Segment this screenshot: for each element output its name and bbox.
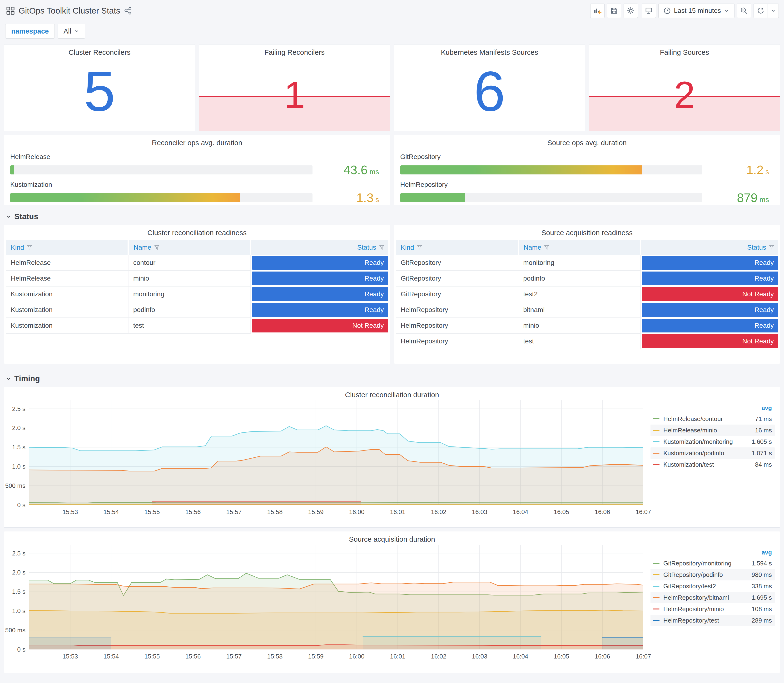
x-axis-label: 16:07 <box>635 508 651 516</box>
variable-label-namespace[interactable]: namespace <box>5 24 55 38</box>
x-axis-label: 16:04 <box>513 508 528 516</box>
panel-source-acquisition-duration: Source acquisition duration 0 s500 ms1.0… <box>4 531 780 673</box>
legend-item[interactable]: Kustomization/monitoring1.605 s <box>651 436 775 447</box>
status-badge: Ready <box>642 271 778 285</box>
table-cell: bitnami <box>518 302 640 318</box>
chevron-down-icon <box>771 8 776 13</box>
gauge-value: 1.2s <box>702 163 774 177</box>
table-row: HelmRepositorytestNot Ready <box>396 333 778 349</box>
x-axis-label: 16:00 <box>349 508 364 516</box>
zoom-out-icon <box>740 6 748 15</box>
dashboard-settings-button[interactable] <box>624 3 638 18</box>
series-avg-value: 16 ms <box>755 427 772 434</box>
table-cell: podinfo <box>518 271 640 286</box>
table-cell-status: Ready <box>640 271 778 286</box>
refresh-button[interactable] <box>754 3 768 18</box>
chart-plot-area[interactable]: 15:5315:5415:5515:5615:5715:5815:5916:00… <box>29 545 643 649</box>
column-header-name[interactable]: Name <box>518 240 640 255</box>
time-series-chart[interactable] <box>29 545 643 649</box>
dashboard-grid-icon[interactable] <box>6 6 15 15</box>
gauge-row: HelmRelease 43.6ms <box>10 153 384 177</box>
x-axis-label: 15:57 <box>226 508 242 516</box>
status-badge: Ready <box>642 303 778 317</box>
time-range-picker[interactable]: Last 15 minutes <box>658 3 734 18</box>
section-row-status[interactable]: Status <box>6 211 780 222</box>
series-name: HelmRelease/minio <box>663 427 755 434</box>
variable-value-dropdown[interactable]: All <box>58 24 85 38</box>
column-header-status[interactable]: Status <box>640 240 778 255</box>
table-cell: monitoring <box>128 286 251 302</box>
legend-item[interactable]: GitRepository/podinfo980 ms <box>651 569 775 580</box>
time-range-label: Last 15 minutes <box>674 7 721 14</box>
table-cell: monitoring <box>518 255 640 271</box>
dashboard-header: GitOps Toolkit Cluster Stats <box>4 3 780 19</box>
save-dashboard-button[interactable] <box>607 3 621 18</box>
panel-title: Source acquisition duration <box>4 531 780 543</box>
series-name: Kustomization/monitoring <box>663 438 752 446</box>
column-header-kind[interactable]: Kind <box>396 240 518 255</box>
status-badge: Ready <box>252 303 388 317</box>
add-panel-button[interactable] <box>590 3 604 18</box>
table-cell: GitRepository <box>396 271 518 286</box>
section-row-timing[interactable]: Timing <box>6 374 780 384</box>
panel-title: Failing Sources <box>589 45 780 56</box>
chart-plot-area[interactable]: 15:5315:5415:5515:5615:5715:5815:5916:00… <box>29 400 643 505</box>
series-avg-value: 289 ms <box>752 617 772 624</box>
x-axis-label: 16:05 <box>554 653 569 660</box>
filter-icon[interactable] <box>768 244 775 250</box>
table-cell: test <box>128 318 251 333</box>
x-axis-label: 15:59 <box>308 508 324 516</box>
legend-item[interactable]: GitRepository/test2338 ms <box>651 580 775 592</box>
column-header-kind[interactable]: Kind <box>6 240 128 255</box>
legend-item[interactable]: HelmRepository/minio108 ms <box>651 603 775 615</box>
filter-icon[interactable] <box>26 244 33 250</box>
y-axis-label: 2.0 s <box>12 569 26 576</box>
x-axis-label: 15:57 <box>226 653 242 660</box>
series-name: HelmRepository/minio <box>663 605 752 613</box>
legend-item[interactable]: HelmRelease/minio16 ms <box>651 425 775 436</box>
legend-item[interactable]: HelmRepository/bitnami1.695 s <box>651 592 775 603</box>
legend-item[interactable]: Kustomization/test84 ms <box>651 459 775 470</box>
filter-icon[interactable] <box>544 244 550 250</box>
x-axis-label: 15:55 <box>144 508 160 516</box>
table-cell: minio <box>128 271 251 286</box>
panel-title: Cluster reconciliation readiness <box>4 225 390 237</box>
filter-icon[interactable] <box>417 244 423 250</box>
legend-item[interactable]: HelmRepository/test289 ms <box>651 615 775 626</box>
series-name: Kustomization/test <box>663 461 755 468</box>
panel-cluster-reconcilers: Cluster Reconcilers 5 <box>4 44 195 131</box>
refresh-interval-dropdown[interactable] <box>768 3 779 18</box>
panel-failing-reconcilers: Failing Reconcilers 1 <box>199 44 390 131</box>
legend-item[interactable]: GitRepository/monitoring1.594 s <box>651 558 775 569</box>
filter-icon[interactable] <box>154 244 160 250</box>
table-cell-status: Ready <box>640 302 778 318</box>
cycle-view-mode-button[interactable] <box>642 3 656 18</box>
table-cell: Kustomization <box>6 302 128 318</box>
column-header-name[interactable]: Name <box>128 240 251 255</box>
panel-title: Cluster reconciliation duration <box>4 387 780 399</box>
table-row: KustomizationtestNot Ready <box>6 318 388 333</box>
series-avg-value: 108 ms <box>752 605 772 613</box>
stat-value: 1 <box>199 45 390 131</box>
legend-item[interactable]: Kustomization/podinfo1.071 s <box>651 447 775 459</box>
gauge-track <box>400 165 702 175</box>
share-icon[interactable] <box>124 6 132 15</box>
time-series-chart[interactable] <box>29 400 643 505</box>
y-axis: 0 s500 ms1.0 s1.5 s2.0 s2.5 s <box>6 545 29 664</box>
legend-avg-header[interactable]: avg <box>651 402 775 413</box>
series-avg-value: 338 ms <box>752 583 772 590</box>
series-avg-value: 1.594 s <box>752 560 772 567</box>
x-axis-label: 15:54 <box>103 653 119 660</box>
gauge-label: Kustomization <box>10 181 384 189</box>
table-cell: Kustomization <box>6 286 128 302</box>
table-row: HelmReleasecontourReady <box>6 255 388 271</box>
legend-avg-header[interactable]: avg <box>651 547 775 558</box>
legend-item[interactable]: HelmRelease/contour71 ms <box>651 413 775 425</box>
panel-kubernetes-manifests-sources: Kubernetes Manifests Sources 6 <box>394 44 585 131</box>
readiness-table: Kind Name Status GitRepositorymonitoring… <box>396 240 778 350</box>
zoom-out-button[interactable] <box>737 3 751 18</box>
filter-icon[interactable] <box>379 244 385 250</box>
x-axis-label: 15:53 <box>63 508 78 516</box>
status-badge: Ready <box>252 271 388 285</box>
column-header-status[interactable]: Status <box>251 240 388 255</box>
